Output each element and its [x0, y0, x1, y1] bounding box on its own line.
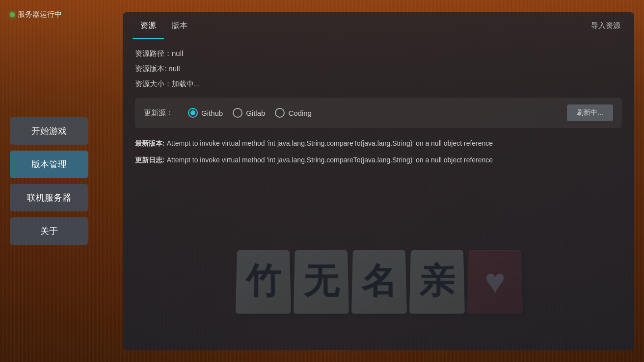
radio-github-circle: [188, 108, 198, 118]
radio-github[interactable]: Github: [188, 108, 223, 118]
resource-version-label: 资源版本:: [135, 64, 168, 73]
resource-size-label: 资源大小：: [135, 79, 172, 88]
update-log-label: 更新日志:: [135, 156, 165, 164]
tab-resources[interactable]: 资源: [133, 12, 164, 39]
radio-gitlab[interactable]: Gitlab: [233, 108, 265, 118]
update-source-row: 更新源： Github Gitlab Coding 刷新中...: [135, 98, 622, 128]
resource-size-value: 加载中...: [172, 79, 200, 88]
version-manage-button[interactable]: 版本管理: [10, 151, 88, 178]
about-button[interactable]: 关于: [10, 217, 88, 245]
radio-gitlab-label: Gitlab: [246, 109, 265, 117]
refresh-button[interactable]: 刷新中...: [567, 104, 613, 121]
start-game-button[interactable]: 开始游戏: [10, 117, 88, 145]
resource-path-row: 资源路径：null: [135, 49, 622, 58]
status-dot: [10, 12, 15, 17]
resource-path-label: 资源路径：: [135, 49, 172, 57]
latest-version-label: 最新版本:: [135, 139, 165, 147]
resource-path-value: null: [172, 49, 183, 57]
latest-version-value: Attempt to invoke virtual method 'int ja…: [167, 139, 493, 147]
tab-version[interactable]: 版本: [164, 12, 195, 39]
import-resources-button[interactable]: 导入资源: [587, 19, 624, 32]
resource-size-row: 资源大小：加载中...: [135, 79, 622, 89]
status-label: 服务器运行中: [18, 10, 62, 19]
resource-version-row: 资源版本: null: [135, 64, 622, 74]
tab-bar: 资源 版本 导入资源: [123, 12, 634, 39]
radio-coding[interactable]: Coding: [275, 108, 312, 118]
resource-version-value: null: [168, 64, 180, 73]
radio-github-label: Github: [201, 109, 223, 117]
latest-version-row: 最新版本:Attempt to invoke virtual method 'i…: [135, 138, 622, 150]
main-panel: 资源 版本 导入资源 资源路径：null 资源版本: null 资源大小：加载中…: [123, 12, 634, 350]
panel-content: 资源路径：null 资源版本: null 资源大小：加载中... 更新源： Gi…: [123, 39, 634, 350]
multiplayer-button[interactable]: 联机服务器: [10, 184, 88, 211]
radio-coding-label: Coding: [288, 109, 312, 117]
update-log-row: 更新日志:Attempt to invoke virtual method 'i…: [135, 155, 622, 166]
radio-gitlab-circle: [233, 108, 242, 118]
radio-coding-circle: [275, 108, 285, 118]
update-source-label: 更新源：: [144, 108, 173, 118]
update-log-value: Attempt to invoke virtual method 'int ja…: [167, 156, 493, 164]
server-status: 服务器运行中: [10, 10, 62, 19]
sidebar: 开始游戏 版本管理 联机服务器 关于: [10, 117, 88, 245]
